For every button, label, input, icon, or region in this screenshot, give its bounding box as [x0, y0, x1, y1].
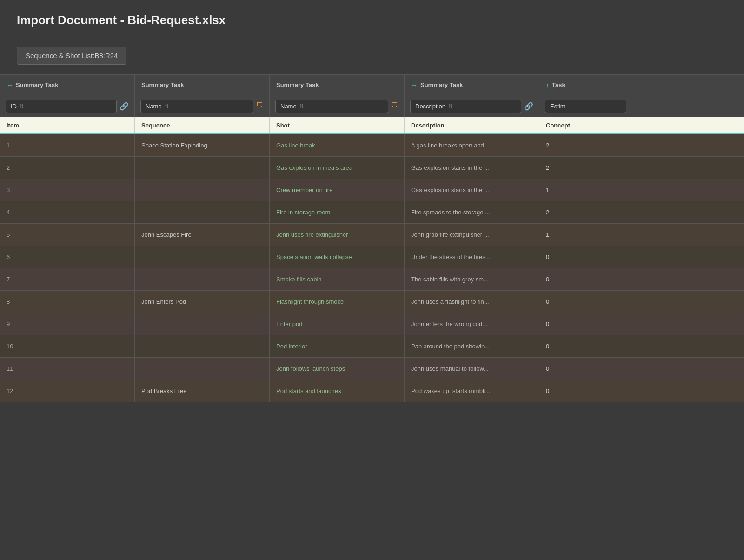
cell-concept: 2	[539, 134, 632, 156]
cell-description: John uses manual to follow...	[405, 358, 539, 380]
table-row[interactable]: 10 Pod interior Pan around the pod showi…	[0, 335, 744, 358]
cell-shot: John uses fire extinguisher	[270, 224, 405, 246]
cell-shot: John follows launch steps	[270, 358, 405, 380]
cell-item-num: 3	[0, 179, 135, 201]
table-row[interactable]: 5 John Escapes Fire John uses fire extin…	[0, 224, 744, 246]
cell-description: John grab fire extinguisher ...	[405, 224, 539, 246]
tree-icon-seq[interactable]: ⛉	[256, 102, 264, 110]
col-header-sequence: Summary Task Name ⇅ ⛉	[135, 75, 270, 117]
col-seq-select[interactable]: Name ⇅	[140, 100, 253, 113]
cell-concept: 2	[539, 201, 632, 223]
col-header-shot: Summary Task Name ⇅ ⛉	[270, 75, 405, 117]
col-id-label: ID	[11, 103, 17, 110]
cell-concept: 0	[539, 335, 632, 357]
cell-sequence	[135, 157, 270, 179]
cell-description: Pan around the pod showin...	[405, 335, 539, 357]
arrow-horizontal-icon: ↔	[7, 81, 13, 89]
app-header: Import Document - Bid-Request.xlsx	[0, 0, 744, 37]
cell-concept: 0	[539, 268, 632, 290]
cell-description: John uses a flashlight to fin...	[405, 291, 539, 313]
sub-header-row: Item Sequence Shot Description Concept	[0, 117, 744, 134]
sub-header-concept: Concept	[539, 117, 632, 133]
app-title: Import Document - Bid-Request.xlsx	[17, 13, 727, 27]
col-header-top-label-seq: Summary Task	[141, 81, 184, 88]
col-header-bottom-seq[interactable]: Name ⇅ ⛉	[135, 95, 269, 117]
col-seq-label: Name	[146, 103, 162, 110]
up-arrow-icon: ↑	[546, 81, 549, 89]
col-header-top-label-desc: Summary Task	[420, 81, 463, 88]
cell-sequence: John Enters Pod	[135, 291, 270, 313]
cell-shot: Pod starts and launches	[270, 380, 405, 402]
sub-header-item: Item	[0, 117, 135, 133]
cell-concept: 0	[539, 313, 632, 335]
table-row[interactable]: 11 John follows launch steps John uses m…	[0, 358, 744, 380]
link-icon-desc[interactable]: 🔗	[524, 102, 533, 111]
col-header-concept: ↑ Task Estim	[539, 75, 632, 117]
cell-description: A gas line breaks open and ...	[405, 134, 539, 156]
table-row[interactable]: 9 Enter pod John enters the wrong cod...…	[0, 313, 744, 335]
col-shot-label: Name	[280, 103, 297, 110]
cell-sequence: Pod Breaks Free	[135, 380, 270, 402]
cell-shot: Gas line break	[270, 134, 405, 156]
sheet-label: Sequence & Shot List:B8:R24	[17, 47, 126, 65]
col-header-item: ↔ Summary Task ID ⇅ 🔗	[0, 75, 135, 117]
cell-shot: Space station walls collapse	[270, 246, 405, 268]
col-desc-select[interactable]: Description ⇅	[410, 100, 521, 113]
table-row[interactable]: 7 Smoke fills cabin The cabin fills with…	[0, 268, 744, 291]
table-row[interactable]: 3 Crew member on fire Gas explosion star…	[0, 179, 744, 201]
cell-description: Gas explosion starts in the ...	[405, 179, 539, 201]
sheet-bar: Sequence & Shot List:B8:R24	[0, 37, 744, 74]
table-row[interactable]: 12 Pod Breaks Free Pod starts and launch…	[0, 380, 744, 402]
cell-concept: 0	[539, 291, 632, 313]
cell-item-num: 5	[0, 224, 135, 246]
link-icon[interactable]: 🔗	[120, 102, 129, 111]
cell-sequence	[135, 201, 270, 223]
table-row[interactable]: 8 John Enters Pod Flashlight through smo…	[0, 291, 744, 313]
col-header-top-desc: ↔ Summary Task	[405, 75, 539, 95]
data-rows-container: 1 Space Station Exploding Gas line break…	[0, 134, 744, 402]
sub-header-sequence: Sequence	[135, 117, 270, 133]
cell-shot: Fire in storage room	[270, 201, 405, 223]
col-header-top-seq: Summary Task	[135, 75, 269, 95]
col-header-bottom-shot[interactable]: Name ⇅ ⛉	[270, 95, 404, 117]
table-row[interactable]: 1 Space Station Exploding Gas line break…	[0, 134, 744, 157]
cell-sequence	[135, 358, 270, 380]
table-row[interactable]: 6 Space station walls collapse Under the…	[0, 246, 744, 268]
cell-item-num: 7	[0, 268, 135, 290]
tree-icon-shot[interactable]: ⛉	[391, 102, 399, 110]
table-row[interactable]: 4 Fire in storage room Fire spreads to t…	[0, 201, 744, 224]
cell-description: Under the stress of the fires...	[405, 246, 539, 268]
cell-concept: 1	[539, 224, 632, 246]
cell-sequence: John Escapes Fire	[135, 224, 270, 246]
col-concept-select[interactable]: Estim	[545, 100, 626, 113]
col-id-select[interactable]: ID ⇅	[6, 100, 117, 113]
cell-description: The cabin fills with grey sm...	[405, 268, 539, 290]
cell-concept: 0	[539, 380, 632, 402]
cell-concept: 1	[539, 179, 632, 201]
col-header-top-label-concept: Task	[552, 81, 565, 88]
table-row[interactable]: 2 Gas explosion in meals area Gas explos…	[0, 157, 744, 179]
col-header-bottom-concept[interactable]: Estim	[539, 95, 632, 117]
cell-shot: Enter pod	[270, 313, 405, 335]
cell-shot: Pod interior	[270, 335, 405, 357]
col-header-top-item: ↔ Summary Task	[0, 75, 134, 95]
cell-concept: 0	[539, 358, 632, 380]
cell-item-num: 2	[0, 157, 135, 179]
sort-icon: ⇅	[20, 103, 24, 109]
cell-item-num: 9	[0, 313, 135, 335]
cell-description: Gas explosion starts in the ...	[405, 157, 539, 179]
cell-description: Pod wakes up, starts rumbli...	[405, 380, 539, 402]
cell-sequence: Space Station Exploding	[135, 134, 270, 156]
col-header-top-concept: ↑ Task	[539, 75, 632, 95]
cell-item-num: 10	[0, 335, 135, 357]
table-container: ↔ Summary Task ID ⇅ 🔗 Summary Task Name …	[0, 74, 744, 402]
cell-description: John enters the wrong cod...	[405, 313, 539, 335]
col-shot-select[interactable]: Name ⇅	[275, 100, 388, 113]
col-header-bottom-desc[interactable]: Description ⇅ 🔗	[405, 95, 539, 117]
column-header-row: ↔ Summary Task ID ⇅ 🔗 Summary Task Name …	[0, 75, 744, 117]
sort-icon-seq: ⇅	[165, 103, 169, 109]
col-header-bottom-item[interactable]: ID ⇅ 🔗	[0, 95, 134, 117]
col-desc-label: Description	[415, 103, 445, 110]
cell-shot: Flashlight through smoke	[270, 291, 405, 313]
col-header-desc: ↔ Summary Task Description ⇅ 🔗	[405, 75, 539, 117]
